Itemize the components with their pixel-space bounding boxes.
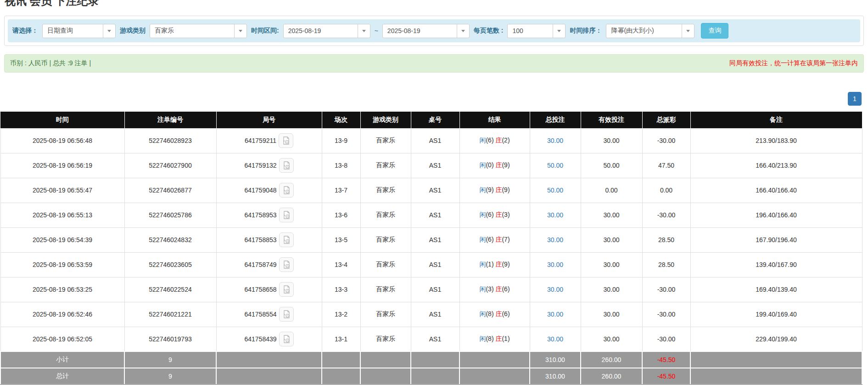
- payout-cell: -30.00: [642, 128, 690, 153]
- chevron-down-icon: [682, 24, 694, 38]
- col-header-total-bet: 总投注: [530, 112, 581, 128]
- date-range-tilde: ~: [375, 27, 378, 34]
- date-to-select[interactable]: 2025-08-19: [382, 24, 470, 38]
- total-bet-link[interactable]: 30.00: [547, 335, 563, 343]
- video-icon[interactable]: [279, 133, 293, 148]
- banker-result: 庄: [495, 285, 502, 293]
- total-bet-link[interactable]: 30.00: [547, 311, 563, 318]
- table-no-cell: AS1: [411, 252, 459, 277]
- payout-cell: 47.50: [642, 153, 690, 178]
- bet-no-cell: 522746026877: [124, 178, 216, 203]
- player-result: 闲: [479, 260, 486, 268]
- sort-order-select[interactable]: 降幂(由大到小): [606, 24, 694, 38]
- banker-result: 庄: [495, 136, 502, 144]
- round-no-cell: 641758658: [216, 277, 322, 302]
- subtotal-payout: -45.50: [642, 351, 690, 368]
- game-type-cell: 百家乐: [360, 302, 411, 327]
- note-cell: 213.90/183.90: [690, 128, 862, 153]
- sort-order-label: 时间排序：: [570, 27, 602, 35]
- payout-cell: -30.00: [642, 203, 690, 227]
- query-type-value: 日期查询: [43, 27, 78, 35]
- valid-bet-cell: 30.00: [581, 203, 642, 227]
- video-icon[interactable]: [279, 257, 294, 272]
- game-type-value: 百家乐: [150, 27, 179, 35]
- table-row: 2025-08-19 06:53:25522746022524641758658…: [0, 277, 862, 302]
- table-row: 2025-08-19 06:56:48522746028923641759211…: [0, 128, 862, 153]
- round-no-cell: 641759211: [216, 128, 322, 153]
- col-header-bet-no: 注单编号: [124, 112, 216, 128]
- game-type-cell: 百家乐: [360, 178, 411, 203]
- total-bet-link[interactable]: 30.00: [547, 137, 563, 144]
- table-row: 2025-08-19 06:53:59522746023605641758749…: [0, 252, 862, 277]
- payout-cell: 28.50: [642, 227, 690, 252]
- player-result: 闲: [479, 310, 486, 317]
- session-cell: 13-2: [322, 302, 360, 327]
- result-cell: 闲(6) 庄(7): [459, 227, 530, 252]
- total-bet-link[interactable]: 30.00: [547, 211, 563, 219]
- page-1-button[interactable]: 1: [848, 92, 862, 106]
- round-no-cell: 641759132: [216, 153, 322, 178]
- chevron-down-icon: [457, 24, 469, 38]
- subtotal-label: 小计: [0, 351, 124, 368]
- pagination: 1: [0, 92, 862, 106]
- col-header-note: 备注: [690, 112, 862, 128]
- table-footer: 小计 9 310.00 260.00 -45.50 总计 9 310.00 26…: [0, 351, 862, 385]
- page-size-select[interactable]: 100: [507, 24, 566, 38]
- video-icon[interactable]: [279, 158, 294, 173]
- col-header-result: 结果: [459, 112, 530, 128]
- date-from-select[interactable]: 2025-08-19: [283, 24, 370, 38]
- banker-result: 庄: [495, 335, 502, 342]
- video-icon[interactable]: [279, 307, 294, 322]
- video-icon[interactable]: [279, 208, 294, 222]
- round-no-cell: 641758439: [216, 327, 322, 351]
- total-bet-link[interactable]: 50.00: [547, 187, 563, 194]
- query-type-select[interactable]: 日期查询: [42, 24, 116, 38]
- round-no-value: 641758439: [244, 335, 276, 343]
- table-body: 2025-08-19 06:56:48522746028923641759211…: [0, 128, 862, 351]
- total-bet-link[interactable]: 30.00: [547, 261, 563, 268]
- time-cell: 2025-08-19 06:53:59: [0, 252, 124, 277]
- game-type-cell: 百家乐: [360, 252, 411, 277]
- round-no-value: 641758749: [244, 261, 276, 268]
- filter-panel: 请选择： 日期查询 游戏类别 百家乐 时间区间: 2025-08-19 ~ 20…: [4, 16, 864, 46]
- video-icon[interactable]: [279, 232, 294, 247]
- video-icon[interactable]: [279, 332, 294, 346]
- time-cell: 2025-08-19 06:56:19: [0, 153, 124, 178]
- valid-bet-cell: 0.00: [581, 178, 642, 203]
- note-cell: 139.40/167.90: [690, 252, 862, 277]
- bet-no-cell: 522746025786: [124, 203, 216, 227]
- table-row: 2025-08-19 06:52:46522746021221641758554…: [0, 302, 862, 327]
- date-to-value: 2025-08-19: [383, 27, 425, 34]
- payout-cell: -30.00: [642, 277, 690, 302]
- result-cell: 闲(0) 庄(9): [459, 153, 530, 178]
- result-cell: 闲(8) 庄(1): [459, 327, 530, 351]
- game-type-select[interactable]: 百家乐: [150, 24, 247, 38]
- note-cell: 167.90/196.40: [690, 227, 862, 252]
- video-icon[interactable]: [279, 282, 294, 297]
- total-bet-link[interactable]: 50.00: [547, 162, 563, 169]
- valid-bet-cell: 30.00: [581, 252, 642, 277]
- total-bet-link[interactable]: 30.00: [547, 236, 563, 243]
- chevron-down-icon: [553, 24, 565, 38]
- total-count: 9: [124, 368, 216, 385]
- subtotal-valid-bet: 260.00: [581, 351, 642, 368]
- col-header-time: 时间: [0, 112, 124, 128]
- total-bet-cell: 30.00: [530, 227, 581, 252]
- total-bet-link[interactable]: 30.00: [547, 286, 563, 293]
- valid-bet-cell: 30.00: [581, 302, 642, 327]
- note-cell: 166.40/213.90: [690, 153, 862, 178]
- info-bar: 币别 : 人民币 | 总共 :9 注单 | 同局有效投注，统一计算在该局第一张注…: [4, 54, 864, 73]
- table-no-cell: AS1: [411, 178, 459, 203]
- session-cell: 13-4: [322, 252, 360, 277]
- col-header-game-type: 游戏类别: [360, 112, 411, 128]
- page-title: 视讯 会员 下注纪录: [5, 0, 868, 8]
- time-cell: 2025-08-19 06:56:48: [0, 128, 124, 153]
- video-icon[interactable]: [279, 183, 294, 198]
- round-no-value: 641758658: [244, 286, 276, 293]
- chevron-down-icon: [358, 24, 370, 38]
- col-header-table-no: 桌号: [411, 112, 459, 128]
- valid-bet-cell: 30.00: [581, 128, 642, 153]
- search-button[interactable]: 查询: [701, 23, 728, 39]
- table-no-cell: AS1: [411, 277, 459, 302]
- bet-no-cell: 522746027900: [124, 153, 216, 178]
